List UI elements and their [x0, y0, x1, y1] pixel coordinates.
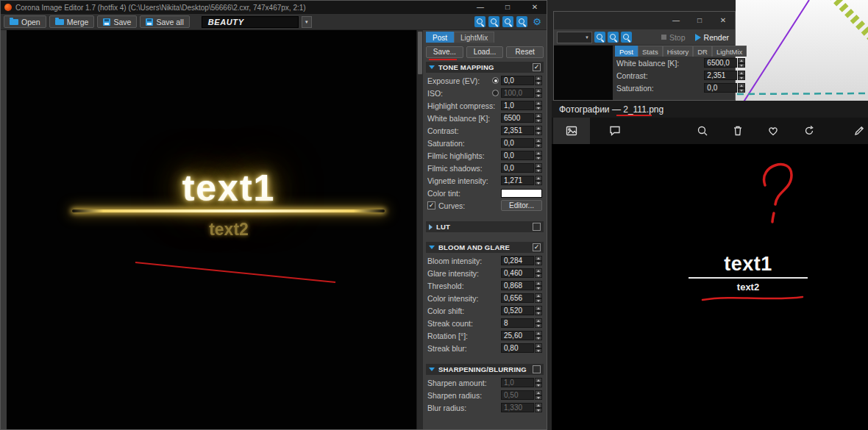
parameter-value[interactable]: 1,330 — [501, 403, 534, 412]
value-spinner[interactable]: 100,0 — [501, 88, 542, 98]
spinner-arrows[interactable] — [535, 256, 542, 265]
reset-button[interactable]: Reset — [506, 46, 544, 58]
parameter-value[interactable]: 0,0 — [501, 151, 534, 160]
section-enable-checkbox[interactable] — [533, 63, 541, 71]
panel-tab[interactable]: Post — [426, 32, 454, 43]
value-spinner[interactable]: 0,520 — [501, 306, 542, 315]
channel-dropdown-arrow[interactable]: ▼ — [302, 16, 312, 28]
parameter-value[interactable]: 1,0 — [501, 378, 534, 387]
value-spinner[interactable]: 0,284 — [501, 256, 542, 265]
minimize-button[interactable]: — — [664, 12, 688, 29]
value-spinner[interactable]: 0,656 — [501, 293, 542, 303]
parameter-value[interactable]: 2,351 — [704, 71, 737, 80]
parameter-value[interactable]: 0,0 — [704, 83, 737, 93]
value-spinner[interactable]: 0,50 — [501, 390, 542, 400]
render-element-dropdown[interactable]: ▼ — [557, 32, 592, 43]
value-spinner[interactable]: 1,0 — [501, 378, 542, 387]
curves-editor-button[interactable]: Editor... — [501, 200, 542, 211]
zoom-fit-button[interactable] — [516, 16, 527, 27]
parameter-value[interactable]: 1,271 — [501, 176, 534, 185]
maximize-button[interactable]: □ — [496, 1, 519, 14]
parameter-value[interactable]: 100,0 — [501, 88, 534, 98]
spinner-arrows[interactable] — [738, 71, 745, 80]
canvas-scrollbar[interactable] — [416, 30, 423, 429]
value-spinner[interactable]: 6500,0 — [704, 58, 745, 68]
section-enable-checkbox[interactable] — [533, 243, 541, 251]
spinner-arrows[interactable] — [535, 403, 542, 412]
spinner-arrows[interactable] — [738, 58, 745, 68]
curves-checkbox[interactable] — [427, 201, 435, 209]
spinner-arrows[interactable] — [535, 88, 542, 98]
panel-tab[interactable]: LightMix — [454, 32, 494, 43]
zoom-100-button[interactable] — [502, 16, 513, 27]
start-render-button[interactable]: Render — [695, 33, 729, 42]
parameter-value[interactable]: 0,520 — [501, 306, 534, 315]
settings-gear-icon[interactable]: ⚙ — [533, 16, 541, 27]
parameter-value[interactable]: 0,284 — [501, 256, 534, 265]
spinner-arrows[interactable] — [535, 306, 542, 315]
spinner-arrows[interactable] — [535, 163, 542, 173]
zoom-fit-button[interactable] — [621, 32, 632, 43]
value-spinner[interactable]: 0,0 — [501, 138, 542, 148]
value-spinner[interactable]: 0,0 — [501, 76, 542, 85]
rotate-button[interactable] — [794, 118, 824, 144]
save-button[interactable]: Save — [97, 15, 137, 28]
zoom-in-button[interactable] — [608, 32, 619, 43]
parameter-value[interactable]: 1,0 — [501, 101, 534, 110]
comment-button[interactable] — [600, 118, 630, 144]
value-spinner[interactable]: 0,0 — [501, 163, 542, 173]
stop-render-button[interactable]: Stop — [661, 33, 686, 42]
parameter-value[interactable]: 8 — [501, 318, 534, 328]
see-all-photos-button[interactable] — [553, 118, 590, 144]
spinner-arrows[interactable] — [535, 126, 542, 135]
spinner-arrows[interactable] — [535, 378, 542, 387]
parameter-value[interactable]: 0,0 — [501, 138, 534, 148]
value-spinner[interactable]: 1,271 — [501, 176, 542, 185]
color-tint-swatch[interactable] — [501, 189, 542, 198]
parameter-value[interactable]: 0,656 — [501, 293, 534, 303]
spinner-arrows[interactable] — [535, 151, 542, 160]
value-spinner[interactable]: 0,460 — [501, 268, 542, 278]
value-spinner[interactable]: 25,60 — [501, 331, 542, 340]
minimize-button[interactable]: — — [469, 1, 492, 14]
value-spinner[interactable]: 8 — [501, 318, 542, 328]
section-header-sharpening[interactable]: SHARPENING/BLURRING — [426, 364, 544, 375]
spinner-arrows[interactable] — [535, 293, 542, 303]
value-spinner[interactable]: 1,0 — [501, 101, 542, 110]
parameter-value[interactable]: 0,0 — [501, 76, 534, 85]
channel-selector[interactable]: BEAUTY — [202, 16, 299, 28]
value-spinner[interactable]: 6500 — [501, 113, 542, 123]
spinner-arrows[interactable] — [535, 176, 542, 185]
spinner-arrows[interactable] — [535, 76, 542, 85]
close-button[interactable]: ✕ — [523, 1, 547, 14]
vfb-tab[interactable]: LightMix — [712, 46, 747, 57]
zoom-out-button[interactable] — [488, 16, 499, 27]
section-header-tone-mapping[interactable]: TONE MAPPING — [426, 62, 544, 73]
spinner-arrows[interactable] — [535, 101, 542, 110]
save-all-button[interactable]: Save all — [140, 15, 189, 28]
parameter-value[interactable]: 6500 — [501, 113, 534, 123]
spinner-arrows[interactable] — [535, 343, 542, 353]
value-spinner[interactable]: 0,80 — [501, 343, 542, 353]
load-preset-button[interactable]: Load... — [466, 46, 504, 58]
vfb-tab[interactable]: DR — [693, 46, 712, 57]
spinner-arrows[interactable] — [738, 83, 745, 93]
value-spinner[interactable]: 2,351 — [501, 126, 542, 135]
section-enable-checkbox[interactable] — [533, 223, 541, 231]
spinner-arrows[interactable] — [535, 390, 542, 400]
vfb-tab[interactable]: Post — [615, 46, 638, 57]
radio-button[interactable] — [492, 90, 499, 96]
section-header-bloom-glare[interactable]: BLOOM AND GLARE — [426, 242, 544, 253]
close-button[interactable]: ✕ — [711, 12, 735, 29]
maximize-button[interactable]: □ — [688, 12, 711, 29]
image-canvas[interactable]: text1 text2 — [7, 30, 416, 429]
spinner-arrows[interactable] — [535, 268, 542, 278]
radio-button[interactable] — [492, 77, 499, 84]
delete-button[interactable] — [723, 118, 753, 144]
parameter-value[interactable]: 6500,0 — [704, 58, 737, 68]
vfb-tab[interactable]: History — [663, 46, 694, 57]
spinner-arrows[interactable] — [535, 331, 542, 340]
parameter-value[interactable]: 0,460 — [501, 268, 534, 278]
merge-button[interactable]: Merge — [49, 15, 95, 28]
zoom-button[interactable] — [688, 118, 717, 144]
